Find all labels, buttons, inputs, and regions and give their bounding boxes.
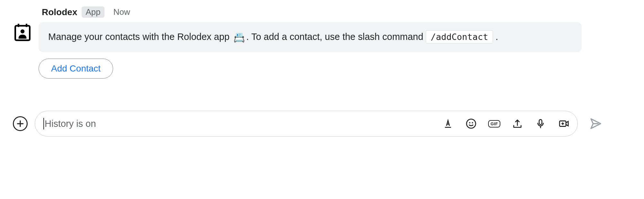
app-badge: App [82, 6, 104, 18]
svg-point-4 [467, 119, 476, 128]
card-index-emoji: 📇 [233, 31, 245, 45]
app-name: Rolodex [42, 7, 77, 17]
add-contact-button[interactable]: Add Contact [39, 59, 113, 79]
svg-point-6 [472, 122, 473, 123]
emoji-icon [466, 118, 477, 129]
video-plus-icon [558, 118, 569, 129]
mic-icon [535, 118, 546, 129]
svg-rect-7 [539, 119, 542, 125]
message-text-part2: . To add a contact, use the slash comman… [246, 32, 426, 42]
svg-point-5 [469, 122, 470, 123]
compose-placeholder: History is on [45, 118, 443, 129]
emoji-button[interactable] [466, 118, 477, 129]
message-text-part3: . [493, 32, 498, 42]
text-format-icon [443, 118, 453, 129]
svg-rect-2 [26, 24, 27, 27]
message-header: Rolodex App Now [39, 6, 582, 18]
plus-icon [16, 119, 24, 128]
svg-point-3 [21, 29, 25, 33]
svg-rect-1 [18, 24, 19, 27]
video-button[interactable] [558, 118, 569, 129]
send-button[interactable] [589, 117, 602, 130]
compose-plus-button[interactable] [13, 116, 28, 131]
upload-icon [512, 118, 523, 129]
gif-button[interactable]: GIF [489, 118, 500, 129]
format-text-button[interactable] [443, 118, 453, 129]
send-icon [589, 117, 602, 130]
text-caret [43, 118, 44, 129]
message-timestamp: Now [113, 7, 130, 17]
slash-command-code: /addContact [426, 30, 493, 43]
app-avatar [13, 23, 32, 42]
message-bubble: Manage your contacts with the Rolodex ap… [39, 22, 582, 52]
upload-button[interactable] [512, 118, 523, 129]
mic-button[interactable] [535, 118, 546, 129]
gif-icon: GIF [488, 120, 500, 128]
message-text-part1: Manage your contacts with the Rolodex ap… [48, 32, 232, 42]
compose-input[interactable]: History is on GIF [35, 111, 578, 137]
